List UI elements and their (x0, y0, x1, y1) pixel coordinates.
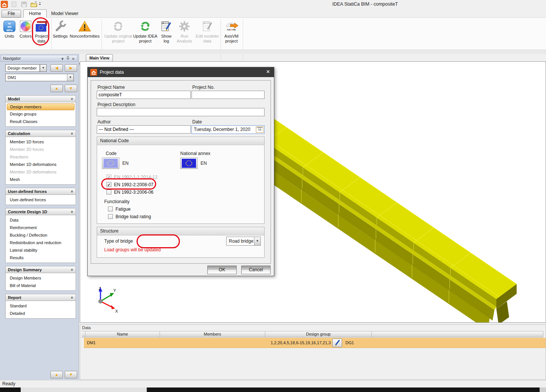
save-icon[interactable] (21, 1, 27, 8)
member-select[interactable]: DM1 ▼ (5, 74, 74, 81)
navigator-menu-icon[interactable]: ▼ (61, 56, 64, 62)
settings-button[interactable]: Settings (52, 19, 68, 47)
calendar-icon[interactable]: 15 (256, 126, 263, 133)
dialog-title: Project data (100, 70, 124, 75)
nav-item-reactions: Reactions (6, 153, 75, 161)
table-header-name[interactable]: Name (85, 331, 160, 337)
project-no-input[interactable] (192, 91, 265, 99)
checkbox-fatigue[interactable] (108, 207, 113, 211)
functionality-label: Functionality (104, 199, 129, 204)
run-analysis-button[interactable]: RunAnalysis (174, 19, 195, 47)
show-log-button[interactable]: a Showlog (159, 19, 174, 47)
annex-value: EN (201, 161, 207, 166)
author-input[interactable] (97, 125, 191, 134)
national-code-title: National Code (97, 137, 264, 145)
nav-bottom-down-button[interactable]: ▼ (65, 371, 77, 378)
nav-item-design-members[interactable]: Design members (7, 103, 75, 110)
tab-file[interactable]: File (2, 10, 21, 18)
next-member-button[interactable]: ▶ (65, 64, 77, 72)
checkbox-en-1992-2[interactable]: ✓ (106, 182, 111, 187)
checkbox-bridge-load-rating-label[interactable]: Bridge load rating (116, 214, 151, 219)
prev-member-button[interactable]: ◀ (50, 64, 63, 72)
checkbox-bridge-load-rating[interactable] (108, 214, 113, 219)
nav-item-standard[interactable]: Standard (6, 302, 75, 310)
status-text: Ready (2, 381, 15, 386)
update-idea-project-button[interactable]: Update IDEAproject (132, 19, 158, 47)
checkbox-en-1992-1-1: ✓ (106, 175, 111, 179)
nav-item-buckling-deflection[interactable]: Buckling / Deflection (6, 231, 75, 239)
cancel-button[interactable]: Cancel (241, 266, 271, 274)
author-label: Author (97, 119, 111, 125)
collapse-icon[interactable]: « (70, 190, 75, 192)
colors-icon (20, 20, 31, 33)
checkbox-en-1992-3[interactable] (106, 190, 111, 194)
nav-item-member-1d-forces[interactable]: Member 1D forces (6, 138, 75, 146)
svg-text:VM: VM (232, 29, 236, 31)
project-name-label: Project Name (97, 85, 125, 90)
project-description-input[interactable] (97, 108, 265, 116)
nav-item-bill-of-material[interactable]: Bill of Material (6, 282, 75, 289)
navigator-mode-select[interactable]: Design member (5, 64, 40, 72)
checkbox-en-1992-3-label[interactable]: EN 1992-3:2006-06 (114, 190, 154, 195)
new-file-icon[interactable] (11, 1, 17, 8)
nav-item-design-members-summary[interactable]: Design Members (6, 274, 75, 282)
nav-item-reinforcement[interactable]: Reinforcement (6, 224, 75, 231)
colors-button[interactable]: Colors (18, 19, 33, 47)
code-flag-button[interactable] (102, 158, 119, 169)
nav-item-design-groups[interactable]: Design groups (6, 110, 75, 118)
nav-item-result-classes[interactable]: Result Classes (6, 118, 75, 125)
nav-item-data[interactable]: Data (6, 216, 75, 224)
tab-model-viewer[interactable]: Model Viewer (51, 11, 78, 16)
collapse-icon[interactable]: « (70, 97, 75, 100)
svg-text:I: I (231, 29, 232, 31)
nav-item-redistribution[interactable]: Redistribution and reduction (6, 239, 75, 246)
refresh-gray-icon (112, 20, 124, 33)
open-folder-icon[interactable] (30, 1, 37, 8)
axis-y-label: Y (113, 288, 116, 293)
nav-item-results[interactable]: Results (6, 254, 75, 261)
close-icon[interactable]: ✕ (72, 56, 75, 62)
date-field[interactable]: Tuesday, December 1, 2020 15 (192, 125, 265, 134)
project-data-button[interactable]: Projectdata (33, 19, 50, 47)
checkbox-en-1992-2-label[interactable]: EN 1992-2:2008-07 (114, 182, 154, 187)
nav-item-member-1d-deformations[interactable]: Member 1D deformations (6, 161, 75, 168)
nav-item-lateral-stability[interactable]: Lateral stability (6, 246, 75, 254)
collapse-icon[interactable]: « (70, 296, 75, 298)
tab-home[interactable]: Home (23, 9, 47, 18)
customize-toolbar-icon[interactable]: ▾ (39, 2, 41, 6)
update-original-project-button[interactable]: Update originalproject (104, 19, 132, 47)
move-down-button[interactable]: ▼ (65, 85, 77, 92)
collapse-icon[interactable]: « (70, 132, 75, 134)
edit-members-button[interactable] (332, 339, 342, 347)
type-of-bridge-select[interactable]: Road bridge ▼ (226, 237, 261, 246)
app-logo-icon[interactable] (1, 1, 8, 8)
collapse-icon[interactable]: « (70, 210, 75, 213)
collapse-icon[interactable]: « (70, 268, 75, 270)
checkbox-fatigue-label[interactable]: Fatigue (116, 207, 131, 212)
pencil-icon (333, 339, 342, 347)
dialog-title-bar[interactable]: Project data ✕ (88, 67, 274, 77)
table-row[interactable]: DM1 1,2,20,4,5,18,6-15,19,16,17,21,3 DG1 (84, 338, 546, 348)
table-header-design-group[interactable]: Design group (265, 331, 372, 337)
table-header-stub (82, 331, 85, 337)
dialog-close-icon[interactable]: ✕ (266, 69, 270, 74)
move-up-button[interactable]: ▲ (50, 85, 63, 92)
nav-item-detailed[interactable]: Detailed (6, 310, 75, 317)
nonconformities-button[interactable]: Nonconformities (68, 19, 101, 47)
tab-main-view[interactable]: Main View (86, 54, 113, 62)
nav-item-mesh[interactable]: Mesh (6, 176, 75, 183)
ok-button[interactable]: OK (207, 266, 237, 274)
pin-icon[interactable] (66, 56, 70, 62)
navigator-mode-select-arrow[interactable]: ▼ (40, 64, 47, 72)
axis-z-label: Z (99, 286, 101, 291)
annex-flag-button[interactable] (180, 158, 198, 169)
project-name-input[interactable] (97, 91, 191, 99)
units-button[interactable]: mkNMPa Units (2, 19, 17, 47)
nav-item-user-defined-forces[interactable]: User-defined forces (6, 196, 75, 204)
edit-modeler-data-button[interactable]: a Edit modelerdata (195, 19, 220, 47)
table-header-members[interactable]: Members (160, 331, 265, 337)
nav-bottom-up-button[interactable]: ▲ (50, 371, 63, 378)
axisvm-project-button[interactable]: AXIIVM AxisVMproject (221, 19, 242, 47)
ribbon-tab-row: File Home Model Viewer (0, 9, 546, 18)
project-data-icon (35, 20, 48, 33)
